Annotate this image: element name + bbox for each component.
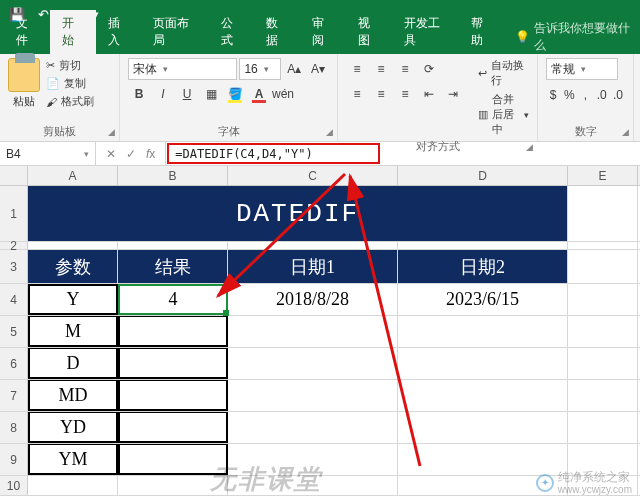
cell-result[interactable] — [118, 348, 228, 379]
cancel-formula-icon[interactable]: ✕ — [106, 147, 116, 161]
font-name-combo[interactable]: 宋体▾ — [128, 58, 237, 80]
name-box[interactable]: B4 ▾ — [0, 142, 96, 165]
tab-insert[interactable]: 插入 — [96, 10, 142, 54]
cell-result-selected[interactable]: 4 — [118, 284, 228, 315]
col-header-d[interactable]: D — [398, 166, 568, 185]
tab-page-layout[interactable]: 页面布局 — [141, 10, 208, 54]
paste-button[interactable]: 粘贴 — [8, 58, 40, 109]
percent-icon[interactable]: % — [562, 84, 576, 106]
cell-param[interactable]: YM — [28, 444, 118, 475]
header-date1[interactable]: 日期1 — [228, 250, 398, 283]
cell[interactable] — [228, 412, 398, 443]
align-middle-icon[interactable]: ≡ — [370, 58, 392, 80]
cell[interactable] — [398, 242, 568, 249]
cell-date2[interactable]: 2023/6/15 — [398, 284, 568, 315]
cell[interactable] — [228, 380, 398, 411]
cell-result[interactable] — [118, 412, 228, 443]
row-header[interactable]: 2 — [0, 242, 28, 249]
cell-param[interactable]: Y — [28, 284, 118, 315]
cell[interactable] — [398, 316, 568, 347]
cell[interactable] — [398, 348, 568, 379]
comma-icon[interactable]: , — [578, 84, 592, 106]
tab-help[interactable]: 帮助 — [459, 10, 505, 54]
increase-indent-icon[interactable]: ⇥ — [442, 83, 464, 105]
col-header-e[interactable]: E — [568, 166, 638, 185]
wrap-text-button[interactable]: ↩自动换行 — [478, 58, 529, 88]
orientation-icon[interactable]: ⟳ — [418, 58, 440, 80]
cell[interactable] — [28, 242, 118, 249]
cell[interactable] — [568, 284, 638, 315]
align-bottom-icon[interactable]: ≡ — [394, 58, 416, 80]
cell[interactable] — [568, 380, 638, 411]
row-header[interactable]: 10 — [0, 476, 28, 495]
header-result[interactable]: 结果 — [118, 250, 228, 283]
row-header[interactable]: 5 — [0, 316, 28, 347]
title-banner-cell[interactable]: DATEDIF — [28, 186, 568, 241]
header-param[interactable]: 参数 — [28, 250, 118, 283]
cell[interactable] — [28, 476, 118, 495]
row-header[interactable]: 4 — [0, 284, 28, 315]
row-header[interactable]: 7 — [0, 380, 28, 411]
cell-param[interactable]: MD — [28, 380, 118, 411]
merge-center-button[interactable]: ▥合并后居中▾ — [478, 92, 529, 137]
worksheet-grid[interactable]: A B C D E 1 DATEDIF 2 3 参数 结果 日期1 日期2 — [0, 166, 640, 496]
align-left-icon[interactable]: ≡ — [346, 83, 368, 105]
cell[interactable] — [398, 412, 568, 443]
cell-param[interactable]: YD — [28, 412, 118, 443]
phonetic-button[interactable]: wén — [272, 83, 294, 105]
decrease-indent-icon[interactable]: ⇤ — [418, 83, 440, 105]
currency-icon[interactable]: $ — [546, 84, 560, 106]
format-painter-button[interactable]: 🖌格式刷 — [46, 94, 94, 109]
row-header[interactable]: 9 — [0, 444, 28, 475]
decrease-font-icon[interactable]: A▾ — [307, 58, 329, 80]
row-header[interactable]: 3 — [0, 250, 28, 283]
col-header-b[interactable]: B — [118, 166, 228, 185]
cell[interactable] — [568, 348, 638, 379]
font-size-combo[interactable]: 16▾ — [239, 58, 281, 80]
cell[interactable] — [228, 242, 398, 249]
align-center-icon[interactable]: ≡ — [370, 83, 392, 105]
dialog-launcher-icon[interactable]: ◢ — [326, 127, 333, 137]
row-header[interactable]: 8 — [0, 412, 28, 443]
cell[interactable] — [568, 412, 638, 443]
italic-button[interactable]: I — [152, 83, 174, 105]
align-top-icon[interactable]: ≡ — [346, 58, 368, 80]
increase-decimal-icon[interactable]: .0 — [595, 84, 609, 106]
cell[interactable] — [118, 242, 228, 249]
cell[interactable] — [568, 316, 638, 347]
cell[interactable] — [228, 348, 398, 379]
fx-icon[interactable]: fx — [146, 147, 155, 161]
align-right-icon[interactable]: ≡ — [394, 83, 416, 105]
select-all-corner[interactable] — [0, 166, 28, 185]
bold-button[interactable]: B — [128, 83, 150, 105]
cell-result[interactable] — [118, 316, 228, 347]
row-header[interactable]: 6 — [0, 348, 28, 379]
tab-review[interactable]: 审阅 — [300, 10, 346, 54]
row-header[interactable]: 1 — [0, 186, 28, 241]
col-header-c[interactable]: C — [228, 166, 398, 185]
tab-dev[interactable]: 开发工具 — [392, 10, 459, 54]
cut-button[interactable]: ✂剪切 — [46, 58, 94, 73]
dialog-launcher-icon[interactable]: ◢ — [526, 142, 533, 152]
increase-font-icon[interactable]: A▴ — [283, 58, 305, 80]
border-button[interactable]: ▦ — [200, 83, 222, 105]
cell[interactable] — [398, 380, 568, 411]
cell[interactable] — [568, 242, 638, 249]
tab-formulas[interactable]: 公式 — [209, 10, 255, 54]
cell-param[interactable]: M — [28, 316, 118, 347]
col-header-a[interactable]: A — [28, 166, 118, 185]
cell-param[interactable]: D — [28, 348, 118, 379]
dialog-launcher-icon[interactable]: ◢ — [108, 127, 115, 137]
cell[interactable] — [568, 250, 638, 283]
tab-file[interactable]: 文件 — [4, 10, 50, 54]
underline-button[interactable]: U — [176, 83, 198, 105]
dialog-launcher-icon[interactable]: ◢ — [622, 127, 629, 137]
tab-view[interactable]: 视图 — [346, 10, 392, 54]
copy-button[interactable]: 📄复制 — [46, 76, 94, 91]
cell[interactable] — [568, 186, 638, 241]
header-date2[interactable]: 日期2 — [398, 250, 568, 283]
font-color-button[interactable]: A — [248, 83, 270, 105]
cell-result[interactable] — [118, 380, 228, 411]
decrease-decimal-icon[interactable]: .0 — [611, 84, 625, 106]
cell[interactable] — [228, 316, 398, 347]
